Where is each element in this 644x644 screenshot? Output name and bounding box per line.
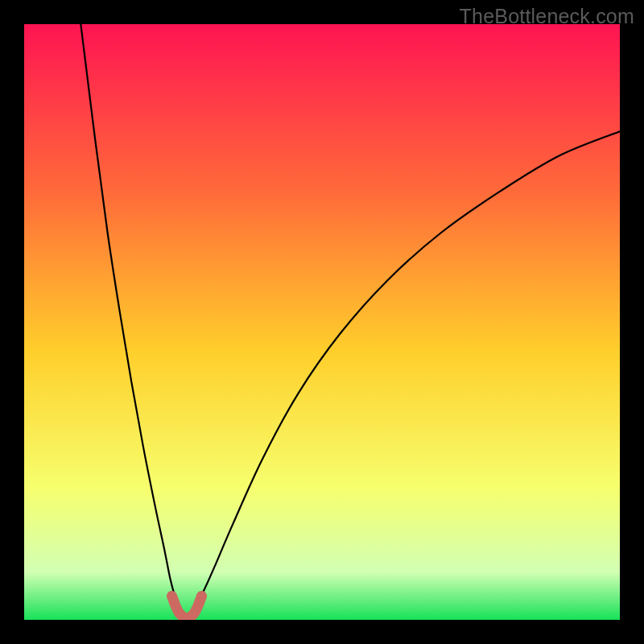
watermark-text: TheBottleneck.com [460, 5, 634, 28]
chart-container: TheBottleneck.com [0, 0, 644, 644]
chart-svg [24, 24, 620, 620]
gradient-background [24, 24, 620, 620]
plot-area [24, 24, 620, 620]
